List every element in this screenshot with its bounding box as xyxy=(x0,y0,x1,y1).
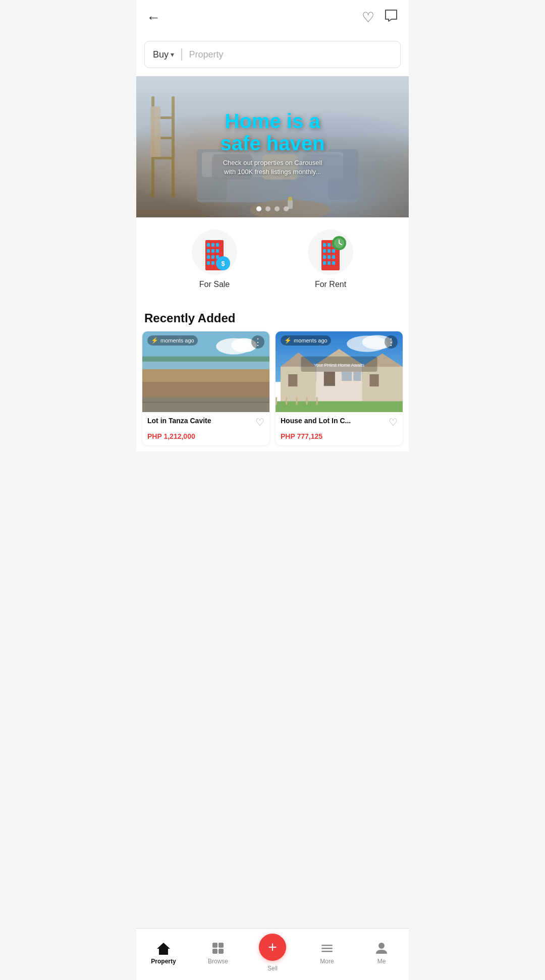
for-sale-label: For Sale xyxy=(199,280,230,289)
svg-rect-21 xyxy=(211,249,214,253)
svg-rect-5 xyxy=(150,106,160,157)
categories: $ For Sale xyxy=(136,217,409,301)
bolt-icon: ⚡ xyxy=(151,337,158,344)
svg-text:$: $ xyxy=(221,260,225,267)
listing-more-btn-house[interactable]: ⋮ xyxy=(385,335,398,349)
recently-added-header: Recently Added xyxy=(136,301,409,331)
banner-subtitle: Check out properties on Carousellwith 10… xyxy=(221,158,325,177)
svg-rect-19 xyxy=(216,243,219,247)
listing-heart-house[interactable]: ♡ xyxy=(389,416,398,428)
svg-rect-62 xyxy=(288,374,297,386)
svg-rect-37 xyxy=(332,249,335,253)
chat-icon[interactable] xyxy=(384,8,399,27)
listing-overlay-house: ⚡ moments ago ⋮ xyxy=(276,331,403,353)
recently-added-title: Recently Added xyxy=(144,311,401,325)
listing-time-lot: ⚡ moments ago xyxy=(147,335,198,345)
svg-rect-17 xyxy=(207,243,210,247)
svg-rect-4 xyxy=(151,157,175,159)
svg-rect-72 xyxy=(276,397,277,405)
search-divider xyxy=(181,48,182,61)
svg-rect-24 xyxy=(211,255,214,259)
svg-rect-26 xyxy=(207,261,210,265)
for-rent-label: For Rent xyxy=(315,280,346,289)
listing-overlay-lot: ⚡ moments ago ⋮ xyxy=(142,331,269,353)
listing-info-house: House and Lot In C... ♡ xyxy=(276,412,403,432)
svg-rect-41 xyxy=(323,261,326,265)
for-sale-icon-wrap: $ xyxy=(192,229,237,275)
svg-rect-55 xyxy=(142,397,269,412)
svg-text:Your PHirst Home Awaits: Your PHirst Home Awaits xyxy=(314,363,365,368)
svg-rect-18 xyxy=(211,243,214,247)
header: ← ♡ xyxy=(136,0,409,35)
category-for-sale[interactable]: $ For Sale xyxy=(192,229,237,289)
dot-1[interactable] xyxy=(256,206,261,211)
svg-rect-75 xyxy=(306,397,307,405)
favorites-icon[interactable]: ♡ xyxy=(362,9,374,26)
listings-grid: ⚡ moments ago ⋮ Lot in Tanza Cavite ♡ PH… xyxy=(136,331,409,451)
listing-price-lot: PHP 1,212,000 xyxy=(142,432,269,445)
dot-4[interactable] xyxy=(284,206,289,211)
listing-price-house: PHP 777,125 xyxy=(276,432,403,445)
svg-rect-38 xyxy=(323,255,326,259)
chevron-down-icon: ▾ xyxy=(171,50,174,59)
svg-rect-32 xyxy=(323,243,326,247)
svg-rect-35 xyxy=(323,249,326,253)
listing-image-lot: ⚡ moments ago ⋮ xyxy=(142,331,269,412)
listing-card-house[interactable]: Your PHirst Home Awaits ⚡ moments ago ⋮ … xyxy=(276,331,403,445)
back-button[interactable]: ← xyxy=(146,11,160,25)
svg-rect-66 xyxy=(342,372,352,381)
category-for-rent[interactable]: For Rent xyxy=(308,229,353,289)
listing-title-house: House and Lot In C... xyxy=(281,416,386,425)
banner-title: Home is asafe haven xyxy=(221,110,325,154)
dropdown-label: Buy xyxy=(153,49,169,60)
svg-rect-27 xyxy=(211,261,214,265)
svg-rect-60 xyxy=(281,367,316,402)
svg-rect-71 xyxy=(276,401,403,412)
search-placeholder[interactable]: Property xyxy=(189,49,392,60)
svg-rect-42 xyxy=(328,261,331,265)
svg-rect-76 xyxy=(316,397,318,405)
svg-rect-65 xyxy=(324,372,335,386)
dot-3[interactable] xyxy=(275,206,280,211)
svg-rect-22 xyxy=(216,249,219,253)
listing-more-btn-lot[interactable]: ⋮ xyxy=(251,335,264,349)
header-icons: ♡ xyxy=(362,8,399,27)
svg-rect-23 xyxy=(207,255,210,259)
header-left: ← xyxy=(146,11,160,25)
svg-rect-43 xyxy=(332,261,335,265)
listing-time-text-lot: moments ago xyxy=(160,337,194,343)
for-rent-icon-wrap xyxy=(308,229,353,275)
listing-time-text-house: moments ago xyxy=(294,337,328,343)
svg-rect-74 xyxy=(296,397,297,405)
listing-time-house: ⚡ moments ago xyxy=(281,335,331,345)
search-container: Buy ▾ Property xyxy=(136,35,409,76)
listing-image-house: Your PHirst Home Awaits ⚡ moments ago ⋮ xyxy=(276,331,403,412)
search-dropdown[interactable]: Buy ▾ xyxy=(153,49,174,60)
banner: Home is asafe haven Check out properties… xyxy=(136,76,409,217)
svg-rect-33 xyxy=(328,243,331,247)
dot-2[interactable] xyxy=(265,206,270,211)
banner-text-block: Home is asafe haven Check out properties… xyxy=(221,110,325,177)
banner-dots xyxy=(256,206,289,211)
svg-point-15 xyxy=(288,197,292,201)
svg-rect-67 xyxy=(353,372,361,381)
svg-rect-73 xyxy=(286,397,287,405)
svg-rect-36 xyxy=(328,249,331,253)
svg-rect-1 xyxy=(172,96,175,197)
svg-rect-68 xyxy=(362,367,403,402)
bolt-icon-house: ⚡ xyxy=(284,337,292,344)
svg-rect-52 xyxy=(142,357,269,362)
listing-card-lot[interactable]: ⚡ moments ago ⋮ Lot in Tanza Cavite ♡ PH… xyxy=(142,331,269,445)
svg-rect-20 xyxy=(207,249,210,253)
listing-info-lot: Lot in Tanza Cavite ♡ xyxy=(142,412,269,432)
listing-heart-lot[interactable]: ♡ xyxy=(255,416,264,428)
listing-title-lot: Lot in Tanza Cavite xyxy=(147,416,252,425)
svg-rect-40 xyxy=(332,255,335,259)
svg-rect-39 xyxy=(328,255,331,259)
search-box[interactable]: Buy ▾ Property xyxy=(144,41,401,68)
svg-rect-70 xyxy=(369,374,378,386)
